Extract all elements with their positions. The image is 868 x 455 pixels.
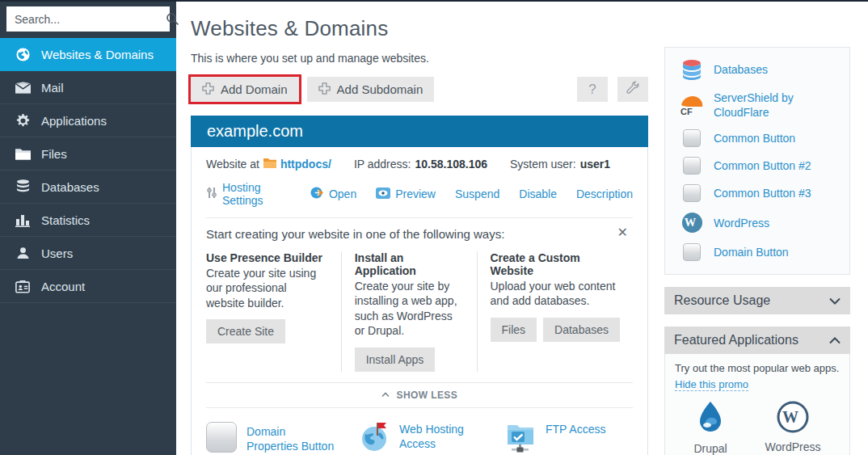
top-border: [0, 0, 868, 2]
featured-apps-box: Try out the most popular web apps. Hide …: [664, 354, 850, 455]
add-subdomain-button[interactable]: Add Subdomain: [307, 77, 435, 102]
shortcut-domain-properties: Domain Properties Button Additional comm…: [206, 422, 348, 455]
quick-link-common-button-3[interactable]: Common Button #3: [665, 179, 849, 207]
folder-orange-icon: [263, 158, 276, 171]
globe-flag-icon[interactable]: [360, 422, 390, 455]
quick-links-box: Databases CF ServerShield by CloudFlare …: [664, 47, 850, 275]
ip-label: IP address:: [354, 158, 411, 171]
drupal-icon: [695, 401, 726, 437]
sidebar-item-label: Databases: [41, 180, 99, 194]
cloudflare-icon: CF: [680, 94, 704, 116]
web-hosting-access-link[interactable]: Web Hosting Access: [399, 422, 492, 455]
sidebar-item-label: Applications: [41, 114, 107, 128]
help-button[interactable]: ?: [577, 77, 608, 102]
custom-button-icon: [683, 184, 701, 202]
show-less-toggle[interactable]: SHOW LESS: [206, 382, 633, 408]
chevron-up-icon: [381, 390, 397, 401]
promo-col-install-app: Install an Application Create your site …: [341, 251, 477, 372]
id-badge-icon: [15, 280, 31, 293]
sidebar-item-websites-domains[interactable]: Websites & Domains: [0, 38, 176, 71]
webroot-link[interactable]: httpdocs/: [280, 158, 331, 171]
ftp-folder-icon[interactable]: [505, 422, 536, 455]
custom-button-icon[interactable]: [206, 422, 237, 453]
add-domain-button[interactable]: Add Domain: [191, 77, 299, 102]
wordpress-icon: W: [680, 212, 704, 234]
hide-promo-link[interactable]: Hide this promo: [675, 378, 748, 391]
chevron-up-icon: [829, 333, 841, 348]
ftp-access-link[interactable]: FTP Access: [546, 422, 638, 455]
domain-shortcuts: Domain Properties Button Additional comm…: [206, 422, 633, 455]
quick-link-common-button[interactable]: Common Button: [665, 124, 849, 152]
shortcut-web-hosting-access: Web Hosting Access: [348, 422, 492, 455]
shortcut-ftp-access: FTP Access: [492, 422, 638, 455]
featured-apps-text: Try out the most popular web apps.: [675, 362, 840, 374]
system-user-label: System user:: [510, 158, 576, 171]
question-icon: ?: [588, 82, 596, 98]
custom-button-icon: [683, 129, 701, 147]
promo-col-heading: Install an Application: [355, 251, 464, 277]
wordpress-icon: W: [777, 401, 809, 436]
preview-link[interactable]: Preview: [395, 187, 436, 200]
quick-link-common-button-2[interactable]: Common Button #2: [665, 152, 849, 179]
sidebar-item-label: Account: [41, 280, 85, 293]
quick-link-servershield[interactable]: CF ServerShield by CloudFlare: [665, 86, 849, 124]
promo-col-custom-website: Create a Custom Website Upload your web …: [477, 251, 634, 372]
databases-button[interactable]: Databases: [543, 318, 620, 342]
svg-text:W: W: [684, 217, 696, 230]
domain-properties-link[interactable]: Domain Properties Button: [246, 424, 339, 453]
accordion-featured-applications[interactable]: Featured Applications: [664, 327, 850, 354]
page-title: Websites & Domains: [191, 16, 648, 41]
main-content: Websites & Domains This is where you set…: [191, 2, 648, 455]
promo-col-text: Create your site by installing a web app…: [355, 279, 464, 339]
gear-icon: [15, 113, 31, 128]
sidebar-item-mail[interactable]: Mail: [0, 71, 176, 104]
globe-icon: [15, 47, 31, 62]
sidebar-item-label: Mail: [41, 81, 64, 95]
sidebar-item-users[interactable]: Users: [0, 237, 176, 270]
app-tile-drupal[interactable]: Drupal: [693, 401, 727, 455]
accordion-resource-usage[interactable]: Resource Usage: [664, 287, 850, 314]
sidebar-item-applications[interactable]: Applications: [0, 104, 176, 137]
custom-button-icon: [683, 157, 701, 175]
close-icon[interactable]: ✕: [617, 225, 628, 240]
sidebar-item-label: Files: [41, 147, 67, 161]
folder-icon: [15, 147, 31, 160]
sidebar-item-statistics[interactable]: Statistics: [0, 204, 176, 237]
search-box: [6, 6, 170, 32]
mail-icon: [15, 82, 31, 94]
database-color-icon: [680, 59, 704, 81]
getting-started-promo: Start creating your website in one of th…: [206, 217, 633, 372]
open-site-icon: [310, 186, 324, 202]
domain-title: example.com: [191, 116, 648, 147]
create-site-button[interactable]: Create Site: [206, 319, 285, 343]
app-tile-wordpress[interactable]: W WordPress: [765, 401, 821, 455]
promo-col-text: Upload your web content and add database…: [491, 279, 621, 309]
preview-icon: [376, 187, 390, 201]
quick-link-domain-button[interactable]: Domain Button: [665, 238, 849, 266]
svg-text:W: W: [782, 408, 798, 426]
sidebar-item-databases[interactable]: Databases: [0, 171, 176, 204]
install-apps-button[interactable]: Install Apps: [355, 348, 436, 372]
promo-title: Start creating your website in one of th…: [206, 227, 633, 241]
quick-link-databases[interactable]: Databases: [665, 54, 849, 86]
suspend-link[interactable]: Suspend: [455, 187, 499, 200]
disable-link[interactable]: Disable: [519, 187, 557, 200]
files-button[interactable]: Files: [491, 318, 537, 342]
svg-text:CF: CF: [680, 107, 693, 116]
database-icon: [15, 179, 31, 194]
settings-wrench-button[interactable]: [617, 77, 648, 102]
search-icon[interactable]: [166, 12, 179, 26]
domain-info-row: Website at httpdocs/ IP address: 10.58.1…: [206, 158, 633, 171]
hosting-settings-icon: [206, 187, 217, 201]
promo-col-heading: Use Presence Builder: [206, 251, 328, 264]
description-link[interactable]: Description: [576, 187, 633, 200]
search-input[interactable]: [6, 6, 166, 32]
quick-link-wordpress[interactable]: W WordPress: [665, 207, 849, 238]
sidebar-item-files[interactable]: Files: [0, 137, 176, 171]
open-link[interactable]: Open: [329, 187, 356, 200]
sidebar-item-label: Websites & Domains: [41, 48, 154, 61]
domain-panel-body: Website at httpdocs/ IP address: 10.58.1…: [191, 147, 648, 455]
sidebar-item-account[interactable]: Account: [0, 270, 176, 303]
sidebar: Websites & Domains Mail Applications Fil…: [0, 0, 176, 455]
hosting-settings-link[interactable]: Hosting Settings: [222, 181, 291, 207]
